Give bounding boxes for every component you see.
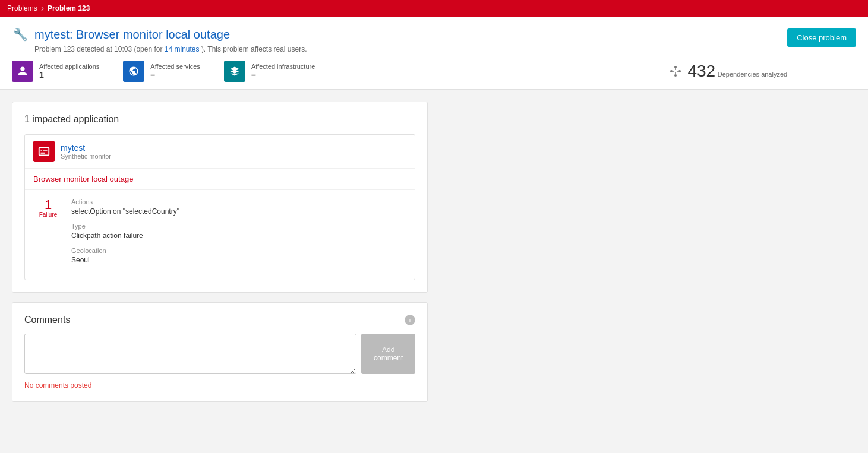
failure-details: Actions selectOption on "selectedCountry… bbox=[71, 198, 406, 271]
type-label: Type bbox=[71, 223, 406, 230]
geolocation-label: Geolocation bbox=[71, 247, 406, 254]
nav-problems[interactable]: Problems bbox=[7, 4, 37, 12]
app-type: Synthetic monitor bbox=[61, 153, 111, 160]
svg-point-1 bbox=[674, 66, 677, 68]
main-content: 1 impacted application mytest Synthetic … bbox=[0, 90, 868, 414]
affected-services-icon bbox=[123, 61, 144, 82]
affected-infrastructure-value: – bbox=[251, 70, 315, 80]
dependencies-icon bbox=[668, 64, 683, 78]
affected-applications-value: 1 bbox=[39, 70, 99, 80]
detail-actions: Actions selectOption on "selectedCountry… bbox=[71, 198, 406, 216]
affected-infrastructure-label: Affected infrastructure bbox=[251, 63, 315, 70]
affected-services-label: Affected services bbox=[150, 63, 200, 70]
actions-label: Actions bbox=[71, 198, 406, 205]
app-card: mytest Synthetic monitor Browser monitor… bbox=[24, 134, 415, 280]
dependencies-info: 432 Dependencies analyzed bbox=[687, 63, 787, 80]
affected-applications-label: Affected applications bbox=[39, 63, 99, 70]
dependencies-label: Dependencies analyzed bbox=[718, 71, 787, 78]
subtitle-suffix: ). This problem affects real users. bbox=[201, 45, 307, 53]
failure-number: 1 bbox=[45, 198, 52, 211]
close-problem-button[interactable]: Close problem bbox=[787, 28, 856, 47]
app-body: 1 Failure Actions selectOption on "selec… bbox=[25, 190, 415, 280]
geolocation-value: Seoul bbox=[71, 256, 90, 264]
affected-applications-text: Affected applications 1 bbox=[39, 63, 99, 80]
header-subtitle: Problem 123 detected at 10:03 (open for … bbox=[34, 45, 787, 53]
left-panel: 1 impacted application mytest Synthetic … bbox=[12, 102, 428, 402]
affected-infrastructure-icon bbox=[224, 61, 245, 82]
nav-separator: › bbox=[41, 3, 44, 14]
affected-applications-icon bbox=[12, 61, 33, 82]
app-name-block: mytest Synthetic monitor bbox=[61, 143, 111, 160]
app-name[interactable]: mytest bbox=[61, 143, 111, 153]
actions-value: selectOption on "selectedCountry" bbox=[71, 207, 179, 216]
comment-input-row: Add comment bbox=[24, 334, 415, 374]
failure-badge: 1 Failure bbox=[33, 198, 63, 271]
impacted-applications-card: 1 impacted application mytest Synthetic … bbox=[12, 102, 428, 293]
add-comment-button[interactable]: Add comment bbox=[361, 334, 415, 374]
header-panel: 🔧 mytest: Browser monitor local outage P… bbox=[0, 17, 868, 90]
comments-title: Comments bbox=[24, 315, 70, 325]
header-left: 🔧 mytest: Browser monitor local outage P… bbox=[12, 26, 787, 82]
stat-affected-applications: Affected applications 1 bbox=[12, 61, 99, 82]
dependencies-row: 432 Dependencies analyzed bbox=[668, 63, 787, 80]
no-comments-text: No comments posted bbox=[24, 381, 415, 389]
affected-infrastructure-text: Affected infrastructure – bbox=[251, 63, 315, 80]
impacted-applications-title: 1 impacted application bbox=[24, 114, 415, 125]
comments-info-icon[interactable]: i bbox=[405, 315, 415, 325]
svg-point-0 bbox=[670, 70, 673, 72]
comments-card: Comments i Add comment No comments poste… bbox=[12, 302, 428, 402]
svg-point-3 bbox=[674, 74, 677, 77]
top-navigation: Problems › Problem 123 bbox=[0, 0, 868, 17]
problem-icon: 🔧 bbox=[12, 26, 29, 43]
stat-affected-services: Affected services – bbox=[123, 61, 200, 82]
header-right: Close problem bbox=[787, 26, 856, 47]
failure-label: Failure bbox=[39, 211, 58, 218]
problem-title: mytest: Browser monitor local outage bbox=[34, 28, 230, 42]
dependencies-block: 432 Dependencies analyzed bbox=[668, 63, 787, 80]
comment-textarea[interactable] bbox=[24, 334, 356, 374]
nav-current-problem: Problem 123 bbox=[48, 4, 90, 12]
stat-affected-infrastructure: Affected infrastructure – bbox=[224, 61, 315, 82]
dependencies-count: 432 bbox=[687, 62, 715, 80]
comments-header: Comments i bbox=[24, 315, 415, 325]
detail-type: Type Clickpath action failure bbox=[71, 223, 406, 240]
stats-row: Affected applications 1 Affected service… bbox=[12, 61, 787, 82]
outage-link[interactable]: Browser monitor local outage bbox=[25, 169, 415, 190]
detail-geolocation: Geolocation Seoul bbox=[71, 247, 406, 264]
app-icon bbox=[33, 141, 55, 162]
open-duration-link[interactable]: 14 minutes bbox=[165, 45, 200, 53]
header-title-row: 🔧 mytest: Browser monitor local outage bbox=[12, 26, 787, 43]
svg-point-2 bbox=[678, 70, 681, 72]
type-value: Clickpath action failure bbox=[71, 232, 143, 240]
subtitle-prefix: Problem 123 detected at 10:03 (open for bbox=[34, 45, 162, 53]
affected-services-value: – bbox=[150, 70, 200, 80]
app-header: mytest Synthetic monitor bbox=[25, 135, 415, 169]
affected-services-text: Affected services – bbox=[150, 63, 200, 80]
